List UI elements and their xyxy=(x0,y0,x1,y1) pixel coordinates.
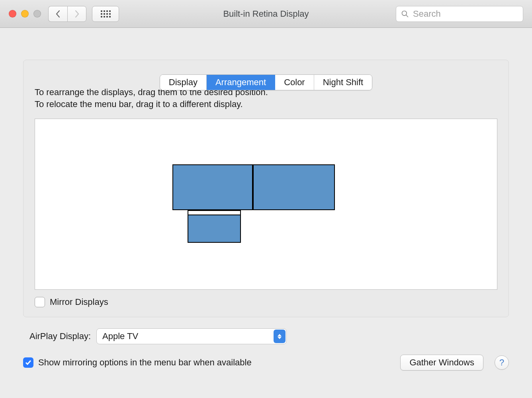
airplay-value: Apple TV xyxy=(102,331,138,341)
tab-bar: Display Arrangement Color Night Shift xyxy=(160,74,372,90)
mirror-displays-row: Mirror Displays xyxy=(35,297,497,307)
show-mirroring-checkbox[interactable] xyxy=(23,357,33,368)
display-rect-primary[interactable] xyxy=(188,210,241,243)
menu-bar-indicator[interactable] xyxy=(188,211,240,215)
show-mirroring-label: Show mirroring options in the menu bar w… xyxy=(38,357,252,368)
svg-line-1 xyxy=(406,15,408,17)
chevron-left-icon xyxy=(55,10,61,18)
display-rect[interactable] xyxy=(253,164,335,210)
grid-icon xyxy=(101,10,111,18)
show-all-button[interactable] xyxy=(92,6,119,22)
tab-color[interactable]: Color xyxy=(275,75,314,90)
mirror-displays-checkbox[interactable] xyxy=(35,297,45,307)
back-button[interactable] xyxy=(48,6,67,22)
search-placeholder: Search xyxy=(413,9,441,19)
minimize-icon[interactable] xyxy=(21,10,29,18)
nav-group xyxy=(48,6,86,22)
updown-icon xyxy=(274,330,286,343)
tab-night-shift[interactable]: Night Shift xyxy=(314,75,372,90)
arrangement-panel: To rearrange the displays, drag them to … xyxy=(23,60,509,317)
search-icon xyxy=(401,10,409,18)
instruction-line: To relocate the menu bar, drag it to a d… xyxy=(35,98,497,110)
toolbar: Built-in Retina Display Search xyxy=(0,0,532,28)
display-rect[interactable] xyxy=(172,164,253,210)
gather-windows-button[interactable]: Gather Windows xyxy=(400,355,483,371)
arrangement-canvas[interactable] xyxy=(35,119,497,290)
forward-button xyxy=(67,6,86,22)
traffic-lights xyxy=(9,10,41,18)
check-icon xyxy=(25,359,31,366)
close-icon[interactable] xyxy=(9,10,16,18)
tab-display[interactable]: Display xyxy=(160,75,207,90)
help-button[interactable]: ? xyxy=(495,355,509,370)
maximize-icon xyxy=(33,10,41,18)
tab-arrangement[interactable]: Arrangement xyxy=(207,75,275,90)
airplay-row: AirPlay Display: Apple TV xyxy=(23,328,509,344)
chevron-right-icon xyxy=(74,10,80,18)
airplay-label: AirPlay Display: xyxy=(23,331,91,341)
airplay-dropdown[interactable]: Apple TV xyxy=(96,328,287,344)
bottom-row: Show mirroring options in the menu bar w… xyxy=(23,355,509,371)
mirror-displays-label: Mirror Displays xyxy=(50,297,108,307)
search-input[interactable]: Search xyxy=(396,6,523,22)
